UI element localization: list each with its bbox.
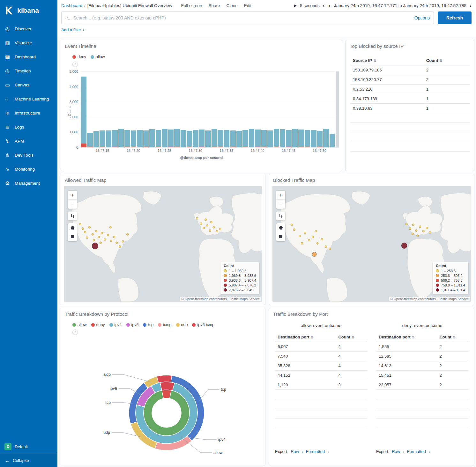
time-back-icon[interactable]: ‹ xyxy=(323,3,325,8)
map-marker-small[interactable] xyxy=(113,236,115,238)
timeline-bar[interactable] xyxy=(137,130,142,147)
map-marker-small[interactable] xyxy=(95,230,97,232)
map-marker-small[interactable] xyxy=(196,217,198,219)
timeline-bar[interactable] xyxy=(267,130,273,147)
map-marker-small[interactable] xyxy=(209,230,211,232)
sunburst-segment-deny-ring1[interactable] xyxy=(162,390,171,398)
timeline-bar[interactable] xyxy=(212,129,217,147)
map-marker-small[interactable] xyxy=(316,242,318,244)
timeline-bar[interactable] xyxy=(106,130,111,147)
timeline-bar[interactable] xyxy=(118,129,124,147)
timeline-bar[interactable] xyxy=(218,130,223,147)
sort-icon[interactable]: ⇅ xyxy=(311,335,314,339)
map-marker-small[interactable] xyxy=(210,221,212,223)
map-marker-small[interactable] xyxy=(315,230,317,232)
timeline-bar[interactable] xyxy=(93,131,99,147)
timeline-bar[interactable] xyxy=(199,130,205,147)
timeline-bar[interactable] xyxy=(305,130,310,147)
time-forward-icon[interactable]: › xyxy=(470,3,472,8)
legend-item-allow[interactable]: allow xyxy=(91,55,105,59)
timeline-bar[interactable] xyxy=(236,131,242,147)
refresh-interval[interactable]: 5 seconds xyxy=(300,3,320,8)
zoom-in-button[interactable]: + xyxy=(276,191,285,200)
legend-item-ipv4[interactable]: ipv4 xyxy=(109,322,122,327)
timeline-bar[interactable] xyxy=(323,129,329,147)
map-marker-small[interactable] xyxy=(200,222,202,224)
map-marker-small[interactable] xyxy=(110,240,112,242)
zoom-in-button[interactable]: + xyxy=(68,191,77,200)
sidebar-item-visualize[interactable]: ▥Visualize xyxy=(0,36,57,50)
map-marker-small[interactable] xyxy=(308,239,310,241)
map-marker-large[interactable] xyxy=(401,243,407,248)
timeline-bar[interactable] xyxy=(317,131,323,147)
timeline-bar[interactable] xyxy=(255,130,260,147)
timeline-bar[interactable] xyxy=(292,129,298,147)
draw-polygon-button[interactable] xyxy=(276,223,285,232)
timeline-bar[interactable] xyxy=(330,134,335,147)
export-raw-link[interactable]: Raw xyxy=(392,449,400,454)
legend-item-allow[interactable]: allow xyxy=(72,322,87,327)
map-marker-large[interactable] xyxy=(92,243,98,249)
map-marker-small[interactable] xyxy=(419,226,421,227)
map-marker-small[interactable] xyxy=(84,231,86,233)
menu-share[interactable]: Share xyxy=(208,3,220,8)
sidebar-item-apm[interactable]: ↯APM xyxy=(0,134,57,148)
map-marker-small[interactable] xyxy=(107,234,109,236)
map-marker-small[interactable] xyxy=(86,237,88,239)
draw-rectangle-button[interactable] xyxy=(68,232,77,241)
menu-full-screen[interactable]: Full screen xyxy=(181,3,202,8)
timeline-bar[interactable] xyxy=(162,129,167,147)
map-marker-small[interactable] xyxy=(412,233,413,235)
legend-item-ipv6[interactable]: ipv6 xyxy=(126,322,139,327)
map-marker-small[interactable] xyxy=(304,232,306,234)
map-marker-small[interactable] xyxy=(426,227,428,229)
timeline-bar[interactable] xyxy=(100,130,105,147)
sidebar-item-machine-learning[interactable]: ∴Machine Learning xyxy=(0,92,57,106)
map-marker-small[interactable] xyxy=(82,228,84,230)
map-marker-small[interactable] xyxy=(429,232,431,234)
timeline-bar[interactable] xyxy=(230,130,235,147)
fit-to-data-button[interactable] xyxy=(276,211,285,220)
map-marker-small[interactable] xyxy=(119,246,121,248)
timeline-bar[interactable] xyxy=(193,130,198,147)
sidebar-item-dashboard[interactable]: ▦Dashboard xyxy=(0,50,57,64)
map-marker-small[interactable] xyxy=(109,226,111,228)
map-marker-large[interactable] xyxy=(312,252,316,256)
draw-rectangle-button[interactable] xyxy=(276,232,285,241)
column-header-source-ip[interactable]: Source IP⇅ xyxy=(350,56,424,65)
timeline-bar[interactable] xyxy=(131,130,136,147)
menu-edit[interactable]: Edit xyxy=(244,3,251,8)
export-formatted-link[interactable]: Formatted xyxy=(407,449,426,454)
sort-icon[interactable]: ⇅ xyxy=(352,335,354,339)
sort-icon[interactable]: ⇅ xyxy=(373,59,376,63)
timeline-bar[interactable] xyxy=(311,130,316,147)
timeline-bar[interactable] xyxy=(224,130,229,147)
timeline-bar[interactable] xyxy=(156,130,161,147)
legend-item-deny[interactable]: deny xyxy=(91,322,105,327)
sidebar-item-infrastructure[interactable]: ≋Infrastructure xyxy=(0,106,57,120)
draw-polygon-button[interactable] xyxy=(68,223,77,232)
map-marker-small[interactable] xyxy=(88,226,90,228)
timeline-bar[interactable] xyxy=(274,129,279,147)
legend-toggle-icon[interactable]: ^ xyxy=(72,330,78,335)
kibana-brand[interactable]: kibana xyxy=(0,0,57,22)
legend-item-ipv6-icmp[interactable]: ipv6-icmp xyxy=(192,322,214,327)
timeline-bar[interactable] xyxy=(81,76,86,147)
add-filter-link[interactable]: Add a filter + xyxy=(61,27,85,32)
sidebar-item-management[interactable]: ⚙Management xyxy=(0,176,57,190)
map-marker-small[interactable] xyxy=(422,230,424,232)
sidebar-item-dev-tools[interactable]: ⋔Dev Tools xyxy=(0,148,57,162)
legend-item-icmp[interactable]: icmp xyxy=(158,322,171,327)
timeline-bar[interactable] xyxy=(174,129,180,147)
map-marker-small[interactable] xyxy=(205,219,207,220)
zoom-out-button[interactable]: − xyxy=(68,200,77,209)
sunburst-segment-ipv6-icmp-ring2[interactable] xyxy=(160,382,175,390)
map-marker-small[interactable] xyxy=(312,236,314,238)
time-range-picker[interactable]: January 24th 2019, 16:47:12.171 to Janua… xyxy=(334,3,466,8)
column-header-count[interactable]: Count⇅ xyxy=(336,332,367,342)
export-formatted-link[interactable]: Formatted xyxy=(306,449,325,454)
sidebar-item-logs[interactable]: ≣Logs xyxy=(0,120,57,134)
zoom-out-button[interactable]: − xyxy=(276,200,285,209)
column-header-count[interactable]: Count⇅ xyxy=(424,56,470,65)
map-marker-small[interactable] xyxy=(417,235,419,237)
